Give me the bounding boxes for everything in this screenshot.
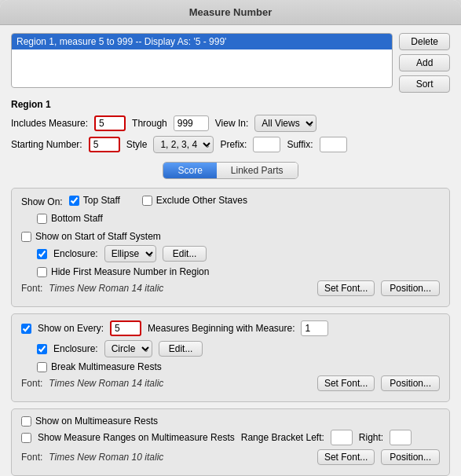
prefix-label: Prefix: <box>220 139 247 150</box>
top-staff-checkbox[interactable] <box>69 196 79 206</box>
hide-first-label: Hide First Measure Number in Region <box>51 266 209 277</box>
enclosure2-edit-button[interactable]: Edit... <box>159 341 203 357</box>
range-bracket-right-input[interactable] <box>390 430 412 445</box>
enclosure2-label: Enclosure: <box>53 343 98 354</box>
score-parts-segmented: Score Linked Parts <box>163 162 298 179</box>
show-on-every-checkbox[interactable] <box>21 324 31 334</box>
top-staff-label: Top Staff <box>83 195 120 206</box>
bottom-staff-checkbox[interactable] <box>37 214 47 224</box>
region-list[interactable]: Region 1, measure 5 to 999 -- Display As… <box>11 33 393 88</box>
range-bracket-right-label: Right: <box>359 432 383 443</box>
font1-set-font-button[interactable]: Set Font... <box>317 280 375 296</box>
font3-position-button[interactable]: Position... <box>381 449 440 465</box>
add-button[interactable]: Add <box>399 54 450 71</box>
show-measure-ranges-checkbox[interactable] <box>21 433 31 443</box>
font2-set-font-button[interactable]: Set Font... <box>317 375 375 391</box>
show-on-start-row: Show on Start of Staff System <box>21 231 440 242</box>
delete-button[interactable]: Delete <box>399 33 450 50</box>
exclude-other-staves-checkbox[interactable] <box>142 196 152 206</box>
font3-label: Font: <box>21 452 42 463</box>
suffix-input[interactable] <box>320 137 347 152</box>
beginning-value-input[interactable] <box>301 320 328 336</box>
break-multimeasure-label: Break Multimeasure Rests <box>51 361 162 372</box>
includes-measure-label: Includes Measure: <box>11 118 88 129</box>
enclosure1-checkbox[interactable] <box>37 249 47 259</box>
show-on-multimeasure-checkbox[interactable] <box>21 416 31 427</box>
font1-label: Font: <box>21 283 42 294</box>
show-on-label: Show On: <box>21 196 63 207</box>
font1-position-button[interactable]: Position... <box>381 280 440 296</box>
top-staff-checkbox-label[interactable]: Top Staff <box>69 195 120 206</box>
show-on-panel: Show On: Top Staff Exclude Other Staves … <box>11 188 450 307</box>
enclosure2-checkbox[interactable] <box>37 344 47 354</box>
starting-number-label: Starting Number: <box>11 139 82 150</box>
view-in-select[interactable]: All Views <box>254 115 316 132</box>
starting-number-input[interactable] <box>89 137 120 152</box>
region-label: Region 1 <box>11 99 450 110</box>
enclosure1-select[interactable]: Ellipse <box>104 245 156 262</box>
bottom-staff-row: Bottom Staff <box>37 213 440 227</box>
break-multimeasure-checkbox[interactable] <box>37 362 47 372</box>
font3-set-font-button[interactable]: Set Font... <box>317 449 375 465</box>
show-on-multimeasure-row: Show on Multimeasure Rests <box>21 416 440 427</box>
show-measure-ranges-row: Show Measure Ranges on Multimeasure Rest… <box>21 430 440 445</box>
font3-row: Font: Times New Roman 10 italic Set Font… <box>21 449 440 465</box>
measures-beginning-label: Measures Beginning with Measure: <box>148 323 295 334</box>
exclude-other-staves-label[interactable]: Exclude Other Staves <box>142 195 247 206</box>
sort-button[interactable]: Sort <box>399 75 450 93</box>
font1-value: Times New Roman 14 italic <box>49 283 163 294</box>
score-tab[interactable]: Score <box>163 163 216 178</box>
show-measure-ranges-label: Show Measure Ranges on Multimeasure Rest… <box>38 432 235 443</box>
includes-measure-row: Includes Measure: Through View In: All V… <box>11 115 450 132</box>
enclosure1-edit-button[interactable]: Edit... <box>163 246 207 262</box>
style-select[interactable]: 1, 2, 3, 4 <box>153 136 214 153</box>
exclude-label: Exclude Other Staves <box>156 195 247 206</box>
linked-parts-tab[interactable]: Linked Parts <box>217 163 298 178</box>
bottom-staff-checkbox-label[interactable]: Bottom Staff <box>37 213 103 224</box>
enclosure2-row: Enclosure: Circle Edit... <box>37 340 440 357</box>
enclosure1-row: Enclosure: Ellipse Edit... <box>37 245 440 262</box>
enclosure1-label: Enclosure: <box>53 248 98 259</box>
prefix-input[interactable] <box>253 137 280 152</box>
show-on-every-input[interactable] <box>110 320 141 336</box>
show-on-every-row: Show on Every: Measures Beginning with M… <box>21 320 440 336</box>
show-on-start-label: Show on Start of Staff System <box>35 231 161 242</box>
includes-measure-input[interactable] <box>94 115 126 131</box>
show-on-row: Show On: Top Staff Exclude Other Staves <box>21 195 440 209</box>
font2-position-button[interactable]: Position... <box>381 375 440 391</box>
range-bracket-left-input[interactable] <box>331 430 353 445</box>
list-buttons: Delete Add Sort <box>399 33 450 93</box>
dialog-title: Measure Number <box>0 0 461 25</box>
through-input[interactable] <box>174 115 209 131</box>
show-on-start-checkbox[interactable] <box>21 232 31 242</box>
view-in-label: View In: <box>215 118 248 129</box>
list-area: Region 1, measure 5 to 999 -- Display As… <box>11 33 450 93</box>
suffix-label: Suffix: <box>287 139 313 150</box>
show-on-every-label: Show on Every: <box>38 323 104 334</box>
hide-first-row: Hide First Measure Number in Region <box>37 266 440 277</box>
bottom-staff-label: Bottom Staff <box>51 213 103 224</box>
hide-first-checkbox[interactable] <box>37 267 47 277</box>
show-on-every-panel: Show on Every: Measures Beginning with M… <box>11 313 450 402</box>
enclosure2-select[interactable]: Circle <box>104 340 152 357</box>
font2-row: Font: Times New Roman 14 italic Set Font… <box>21 375 440 391</box>
measure-number-dialog: Measure Number Region 1, measure 5 to 99… <box>0 0 461 476</box>
list-item-selected[interactable]: Region 1, measure 5 to 999 -- Display As… <box>12 34 392 49</box>
starting-number-row: Starting Number: Style 1, 2, 3, 4 Prefix… <box>11 136 450 153</box>
break-multimeasure-row: Break Multimeasure Rests <box>37 361 440 372</box>
show-on-multimeasure-label: Show on Multimeasure Rests <box>35 416 158 427</box>
range-bracket-left-label: Range Bracket Left: <box>241 432 324 443</box>
font1-row: Font: Times New Roman 14 italic Set Font… <box>21 280 440 296</box>
through-label: Through <box>132 118 167 129</box>
font3-value: Times New Roman 10 italic <box>49 452 163 463</box>
style-label: Style <box>126 139 148 150</box>
font2-value: Times New Roman 14 italic <box>49 378 163 389</box>
multimeasure-panel: Show on Multimeasure Rests Show Measure … <box>11 408 450 476</box>
font2-label: Font: <box>21 378 42 389</box>
